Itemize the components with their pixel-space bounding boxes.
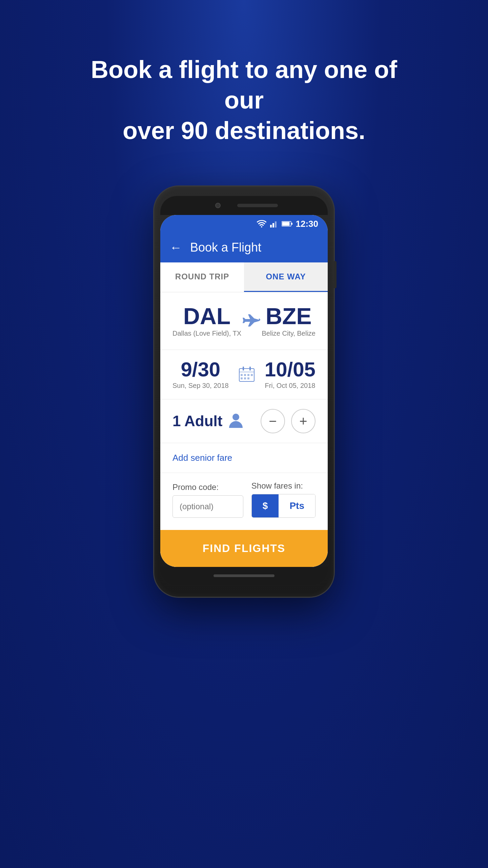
battery-icon	[282, 221, 292, 226]
app-header: ← Book a Flight	[160, 233, 328, 262]
fare-pts-button[interactable]: Pts	[279, 494, 315, 517]
speaker-bar	[237, 204, 278, 207]
svg-point-17	[232, 414, 239, 420]
depart-date-main: 9/30	[172, 359, 229, 380]
status-time: 12:30	[296, 219, 319, 229]
dest-airport[interactable]: BZE Belize City, Belize	[262, 304, 316, 337]
camera-dot	[215, 203, 221, 208]
return-date[interactable]: 10/05 Fri, Oct 05, 2018	[265, 359, 316, 390]
calendar-icon	[238, 365, 256, 384]
phone-top-bezel	[160, 196, 328, 215]
plane-icon	[243, 314, 260, 329]
svg-rect-14	[241, 377, 243, 379]
passenger-section: 1 Adult − +	[160, 399, 328, 443]
status-icons: 12:30	[257, 219, 319, 229]
svg-rect-7	[239, 371, 254, 373]
return-date-sub: Fri, Oct 05, 2018	[265, 382, 316, 390]
svg-rect-4	[282, 222, 289, 226]
app-content: ROUND TRIP ONE WAY DAL Dallas (Love Fiel…	[160, 262, 328, 567]
fares-toggle: $ Pts	[251, 494, 316, 518]
route-section[interactable]: DAL Dallas (Love Field), TX BZE Belize C…	[160, 292, 328, 350]
phone-screen: 12:30 ← Book a Flight ROUND TRIP ONE WAY	[160, 215, 328, 567]
status-bar: 12:30	[160, 215, 328, 233]
increase-passenger-button[interactable]: +	[291, 409, 316, 433]
passenger-controls: − +	[261, 409, 316, 433]
tabs: ROUND TRIP ONE WAY	[160, 262, 328, 292]
decrease-passenger-button[interactable]: −	[261, 409, 285, 433]
svg-rect-15	[244, 377, 246, 379]
signal-icon	[270, 220, 278, 228]
phone-bottom-bezel	[160, 567, 328, 585]
origin-airport[interactable]: DAL Dallas (Love Field), TX	[172, 304, 241, 337]
svg-rect-12	[247, 374, 249, 376]
wifi-icon	[257, 220, 267, 228]
date-section[interactable]: 9/30 Sun, Sep 30, 2018	[160, 350, 328, 399]
phone-shell: 12:30 ← Book a Flight ROUND TRIP ONE WAY	[154, 186, 334, 597]
passenger-info: 1 Adult	[172, 412, 243, 430]
svg-rect-11	[244, 374, 246, 376]
promo-code-group: Promo code:	[172, 482, 243, 518]
origin-code: DAL	[172, 304, 241, 328]
svg-rect-1	[272, 223, 274, 228]
passenger-count: 1 Adult	[172, 413, 222, 430]
svg-rect-16	[247, 377, 249, 379]
phone-mockup: 12:30 ← Book a Flight ROUND TRIP ONE WAY	[154, 186, 334, 597]
senior-fare-section: Add senior fare	[160, 443, 328, 473]
fare-dollar-button[interactable]: $	[252, 494, 279, 517]
dest-code: BZE	[262, 304, 316, 328]
depart-date-sub: Sun, Sep 30, 2018	[172, 382, 229, 390]
tab-one-way[interactable]: ONE WAY	[244, 262, 328, 292]
promo-input[interactable]	[172, 495, 243, 518]
back-button[interactable]: ←	[170, 240, 182, 255]
depart-date[interactable]: 9/30 Sun, Sep 30, 2018	[172, 359, 229, 390]
tab-round-trip[interactable]: ROUND TRIP	[160, 262, 244, 292]
svg-rect-2	[275, 221, 277, 228]
hero-text: Book a flight to any one of our over 90 …	[88, 54, 400, 146]
svg-rect-9	[249, 367, 251, 371]
origin-name: Dallas (Love Field), TX	[172, 330, 241, 337]
person-icon	[228, 412, 243, 430]
return-date-main: 10/05	[265, 359, 316, 380]
svg-rect-8	[243, 367, 244, 371]
fares-label: Show fares in:	[251, 481, 303, 491]
svg-rect-5	[291, 223, 292, 225]
fares-toggle-group: Show fares in: $ Pts	[251, 481, 316, 518]
promo-label: Promo code:	[172, 482, 243, 492]
find-flights-button[interactable]: FIND FLIGHTS	[160, 530, 328, 567]
svg-rect-13	[251, 374, 253, 376]
svg-rect-0	[270, 225, 272, 228]
dest-name: Belize City, Belize	[262, 330, 316, 337]
svg-rect-10	[241, 374, 243, 376]
promo-section: Promo code: Show fares in: $ Pts	[160, 473, 328, 530]
add-senior-fare-link[interactable]: Add senior fare	[172, 453, 232, 463]
home-button-bar	[214, 574, 274, 577]
app-title: Book a Flight	[190, 240, 261, 255]
